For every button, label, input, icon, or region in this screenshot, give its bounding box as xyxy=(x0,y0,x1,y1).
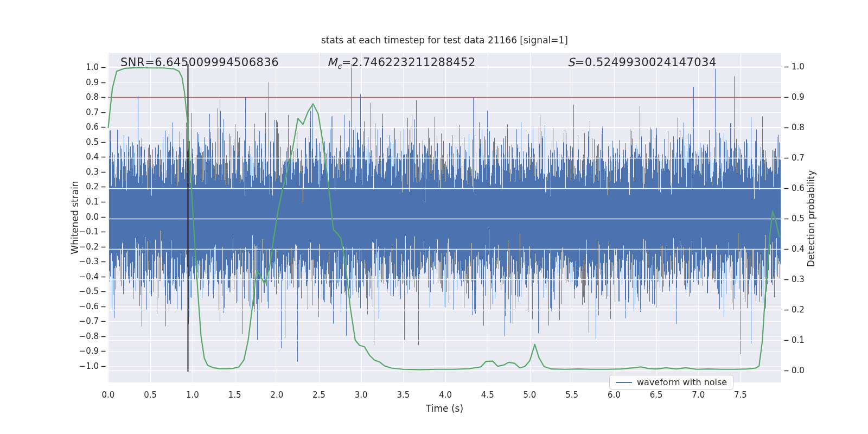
x-tick-label: 3.0 xyxy=(349,390,373,400)
y-right-tick-label: 0.4 xyxy=(792,244,824,254)
x-tick-label: 4.0 xyxy=(433,390,457,400)
y-left-tick-label: 0.1 xyxy=(60,197,99,207)
x-tick-label: 1.0 xyxy=(181,390,205,400)
y-right-tick-label: 0.7 xyxy=(792,153,824,163)
x-tick-label: 2.5 xyxy=(307,390,331,400)
y-left-tick-label: −0.1 xyxy=(60,227,99,237)
x-tick-label: 1.5 xyxy=(223,390,247,400)
annotation-s-statistic: S=0.5249930024147034 xyxy=(567,56,717,69)
y-left-tick-label: −0.5 xyxy=(60,286,99,296)
y-right-tick-label: 0.9 xyxy=(792,92,824,102)
y-right-tick-label: 0.5 xyxy=(792,214,824,224)
y-left-tick-label: 0.9 xyxy=(60,78,99,87)
x-tick-label: 6.0 xyxy=(602,390,626,400)
y-right-tick-label: 0.6 xyxy=(792,183,824,193)
y-right-tick-label: 0.3 xyxy=(792,275,824,284)
y-right-tick-label: 0.2 xyxy=(792,305,824,315)
annotation-chirp-mass: Mc=2.746223211288452 xyxy=(327,56,476,71)
y-right-tick-label: 0.8 xyxy=(792,123,824,132)
y-left-tick-label: 0.0 xyxy=(60,212,99,222)
legend-line-sample xyxy=(616,382,632,383)
chart-title: stats at each timestep for test data 211… xyxy=(108,35,781,46)
x-tick-label: 2.0 xyxy=(265,390,289,400)
y-right-tick-label: 1.0 xyxy=(792,62,824,72)
x-tick-label: 0.0 xyxy=(97,390,120,400)
y-left-tick-label: 0.8 xyxy=(60,92,99,102)
y-left-tick-label: −0.9 xyxy=(60,346,99,356)
y-left-tick-label: −0.6 xyxy=(60,302,99,311)
x-axis-label: Time (s) xyxy=(108,403,781,414)
x-tick-label: 0.5 xyxy=(138,390,162,400)
x-tick-label: 7.5 xyxy=(729,390,752,400)
figure: stats at each timestep for test data 211… xyxy=(0,0,868,434)
y-left-tick-label: 0.7 xyxy=(60,107,99,117)
x-tick-label: 7.0 xyxy=(686,390,710,400)
y-left-tick-label: 0.6 xyxy=(60,122,99,132)
x-tick-label: 5.5 xyxy=(560,390,584,400)
y-left-tick-label: −1.0 xyxy=(60,361,99,371)
x-tick-label: 5.0 xyxy=(518,390,542,400)
y-left-tick-label: −0.4 xyxy=(60,272,99,282)
y-left-tick-label: −0.8 xyxy=(60,331,99,341)
legend-entry-label: waveform with noise xyxy=(637,377,727,387)
annotation-snr: SNR=6.645009994506836 xyxy=(120,56,279,69)
y-left-tick-label: −0.7 xyxy=(60,316,99,326)
y-right-tick-label: 0.0 xyxy=(792,366,824,375)
y-left-tick-label: 1.0 xyxy=(60,62,99,72)
legend: waveform with noise xyxy=(609,375,733,390)
y-left-tick-label: 0.3 xyxy=(60,167,99,177)
y-left-tick-label: −0.3 xyxy=(60,257,99,266)
x-tick-label: 3.5 xyxy=(391,390,415,400)
y-left-tick-label: 0.2 xyxy=(60,182,99,192)
y-left-tick-label: −0.2 xyxy=(60,242,99,252)
x-tick-label: 6.5 xyxy=(644,390,668,400)
y-right-tick-label: 0.1 xyxy=(792,335,824,345)
x-tick-label: 4.5 xyxy=(476,390,500,400)
y-left-tick-label: 0.5 xyxy=(60,137,99,147)
y-left-tick-label: 0.4 xyxy=(60,152,99,162)
